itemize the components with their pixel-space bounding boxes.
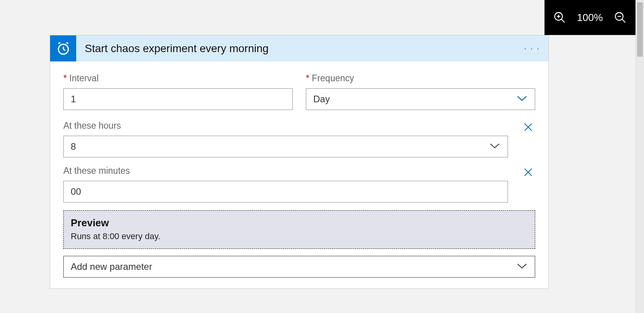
add-parameter-label: Add new parameter [71,261,152,272]
minutes-input[interactable]: 00 [63,181,508,203]
interval-input[interactable]: 1 [63,88,293,110]
minutes-field: At these minutes 00 [63,165,535,203]
zoom-out-icon[interactable] [614,11,627,24]
alarm-clock-icon [50,35,76,61]
card-header: Start chaos experiment every morning · ·… [50,35,548,61]
chevron-down-icon [489,141,501,152]
hours-select[interactable]: 8 [63,136,508,157]
card-body: * Interval 1 * Frequency Day [50,61,548,289]
card-title: Start chaos experiment every morning [85,42,524,55]
preview-title: Preview [71,217,528,229]
svg-line-5 [622,19,625,23]
vertical-scrollbar[interactable] [635,0,644,313]
remove-hours-button[interactable] [521,120,535,136]
zoom-in-icon[interactable] [553,11,566,24]
hours-value: 8 [71,141,76,152]
zoom-toolbar: 100% [545,0,636,35]
svg-line-1 [561,19,565,23]
interval-field: * Interval 1 [63,73,293,110]
recurrence-card: Start chaos experiment every morning · ·… [50,35,549,289]
preview-text: Runs at 8:00 every day. [71,231,528,241]
frequency-select[interactable]: Day [306,88,535,110]
minutes-label: At these minutes [63,166,130,176]
interval-frequency-row: * Interval 1 * Frequency Day [63,73,535,110]
frequency-value: Day [313,94,330,105]
add-parameter-select[interactable]: Add new parameter [63,256,535,278]
interval-value: 1 [71,94,76,105]
interval-label: * Interval [63,73,293,84]
more-menu-button[interactable]: · · · [524,44,540,54]
chevron-down-icon [516,261,528,272]
zoom-level: 100% [577,12,603,24]
scrollbar-thumb[interactable] [637,2,643,57]
frequency-label: * Frequency [306,73,535,84]
minutes-value: 00 [71,186,81,197]
svg-line-9 [63,49,65,50]
frequency-field: * Frequency Day [306,73,535,110]
preview-box: Preview Runs at 8:00 every day. [63,210,535,249]
remove-minutes-button[interactable] [521,165,535,181]
chevron-down-icon [516,94,528,105]
hours-field: At these hours 8 [63,120,535,157]
hours-label: At these hours [63,121,121,131]
